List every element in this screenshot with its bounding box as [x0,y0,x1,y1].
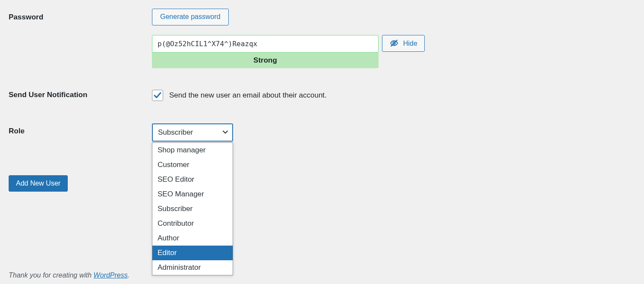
password-label: Password [9,13,43,21]
footer-prefix: Thank you for creating with [9,271,94,279]
notification-row: Send User Notification Send the new user… [9,90,644,101]
add-new-user-button[interactable]: Add New User [9,175,68,192]
hide-button-label: Hide [403,39,417,47]
footer-suffix: . [128,271,129,279]
notification-label: Send User Notification [9,91,87,99]
wordpress-link[interactable]: WordPress [94,271,128,279]
role-option[interactable]: Subscriber [152,202,233,216]
password-row: Password Generate password Strong [9,9,644,68]
hide-password-button[interactable]: Hide [382,35,425,52]
role-selected-value: Subscriber [158,128,193,137]
role-option[interactable]: Customer [152,158,233,172]
role-option[interactable]: Administrator [152,260,233,275]
role-dropdown: Shop managerCustomerSEO EditorSEO Manage… [152,142,233,275]
role-option[interactable]: Contributor [152,216,233,231]
notification-checkbox[interactable] [152,90,163,101]
password-strength-meter: Strong [152,53,379,68]
role-option[interactable]: Shop manager [152,143,233,158]
password-input[interactable] [152,35,379,53]
role-option[interactable]: Editor [152,246,233,260]
role-option[interactable]: Author [152,231,233,246]
role-select[interactable]: Subscriber [152,123,233,142]
role-option[interactable]: SEO Manager [152,187,233,202]
generate-password-button[interactable]: Generate password [152,9,229,25]
notification-description: Send the new user an email about their a… [169,91,327,100]
role-row: Role Subscriber Shop managerCustomerSEO … [9,123,644,142]
eye-slash-icon [389,39,399,47]
footer-credit: Thank you for creating with WordPress. [9,271,129,279]
check-icon [153,92,162,99]
role-label: Role [9,127,25,135]
role-option[interactable]: SEO Editor [152,172,233,187]
